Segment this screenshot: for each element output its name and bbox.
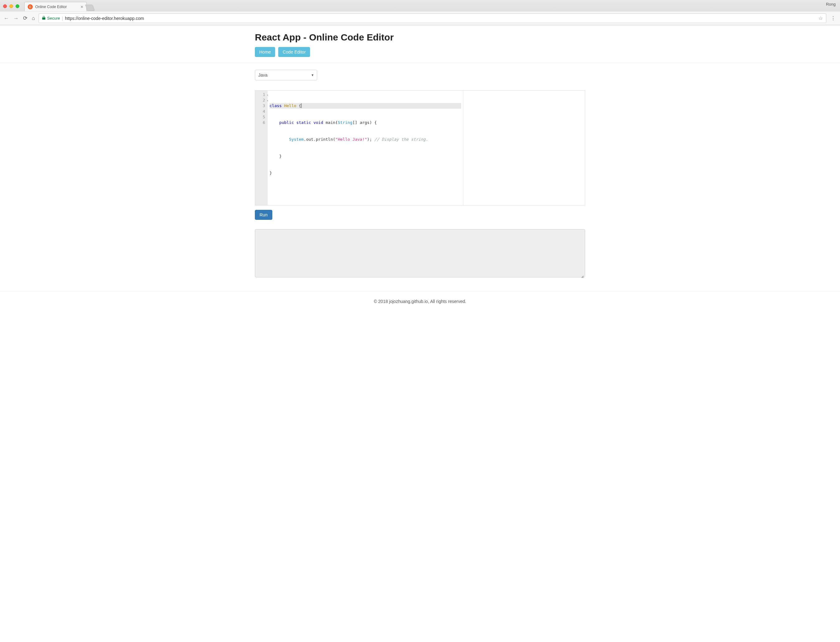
- language-select[interactable]: Java: [255, 70, 317, 80]
- code-line: public static void main(String[] args) {: [270, 120, 461, 125]
- favicon-icon: ⟨⟩: [28, 4, 33, 9]
- tab-close-icon[interactable]: ×: [81, 4, 83, 9]
- page-container: React App - Online Code Editor Home Code…: [255, 25, 585, 279]
- run-button[interactable]: Run: [255, 210, 272, 220]
- address-bar[interactable]: Secure | https://online-code-editor.hero…: [39, 13, 826, 23]
- line-number: 4: [255, 109, 268, 114]
- toolbar: ← → ⟳ ⌂ Secure | https://online-code-edi…: [0, 11, 840, 25]
- line-number: 2: [255, 97, 268, 103]
- code-editor[interactable]: 1 2 3 4 5 6 class Hello { public static …: [255, 90, 585, 206]
- line-number: 6: [255, 120, 268, 125]
- home-button-icon[interactable]: ⌂: [31, 15, 36, 21]
- url-text: https://online-code-editor.herokuapp.com: [65, 16, 817, 21]
- browser-chrome: ⟨⟩ Online Code Editor × Rong ← → ⟳ ⌂ Sec…: [0, 0, 840, 25]
- bookmark-star-icon[interactable]: ☆: [819, 15, 823, 21]
- code-editor-button[interactable]: Code Editor: [278, 47, 310, 57]
- home-button[interactable]: Home: [255, 47, 275, 57]
- code-line: class Hello {: [270, 103, 461, 109]
- output-textarea[interactable]: [255, 229, 585, 277]
- code-area[interactable]: class Hello { public static void main(St…: [268, 91, 463, 205]
- line-number: 5: [255, 114, 268, 120]
- output-wrapper: ◢: [255, 229, 585, 279]
- divider: |: [62, 16, 63, 21]
- code-preview-pane: [463, 91, 585, 205]
- page-title: React App - Online Code Editor: [255, 32, 585, 43]
- tab-bar: ⟨⟩ Online Code Editor × Rong: [0, 0, 840, 11]
- footer-text: © 2018 jojozhuang.github.io, All rights …: [374, 299, 466, 304]
- tab-title: Online Code Editor: [35, 5, 78, 9]
- forward-button[interactable]: →: [13, 15, 19, 21]
- gutter: 1 2 3 4 5 6: [255, 91, 268, 205]
- line-number: 3: [255, 103, 268, 109]
- code-line: }: [270, 154, 461, 159]
- close-window-button[interactable]: [3, 4, 7, 8]
- code-line: [270, 187, 461, 193]
- browser-menu-icon[interactable]: ⋮: [829, 15, 837, 21]
- secure-label: Secure: [47, 16, 60, 21]
- nav-buttons: Home Code Editor: [255, 47, 585, 63]
- line-number: 1: [255, 92, 268, 97]
- maximize-window-button[interactable]: [16, 4, 19, 8]
- new-tab-button[interactable]: [85, 5, 95, 11]
- browser-tab[interactable]: ⟨⟩ Online Code Editor ×: [24, 2, 87, 11]
- reload-button[interactable]: ⟳: [23, 15, 28, 21]
- language-select-wrapper: Java: [255, 70, 317, 80]
- window-controls: [3, 4, 19, 8]
- footer: © 2018 jojozhuang.github.io, All rights …: [0, 291, 840, 313]
- minimize-window-button[interactable]: [9, 4, 13, 8]
- content-area: Java 1 2 3 4 5 6 class Hello { public st…: [255, 63, 585, 279]
- lock-icon: [42, 16, 45, 21]
- profile-label[interactable]: Rong: [826, 2, 836, 6]
- code-line: }: [270, 170, 461, 176]
- back-button[interactable]: ←: [3, 15, 10, 21]
- secure-indicator: Secure: [42, 16, 60, 21]
- code-line: System.out.println("Hello Java!"); // Di…: [270, 137, 461, 142]
